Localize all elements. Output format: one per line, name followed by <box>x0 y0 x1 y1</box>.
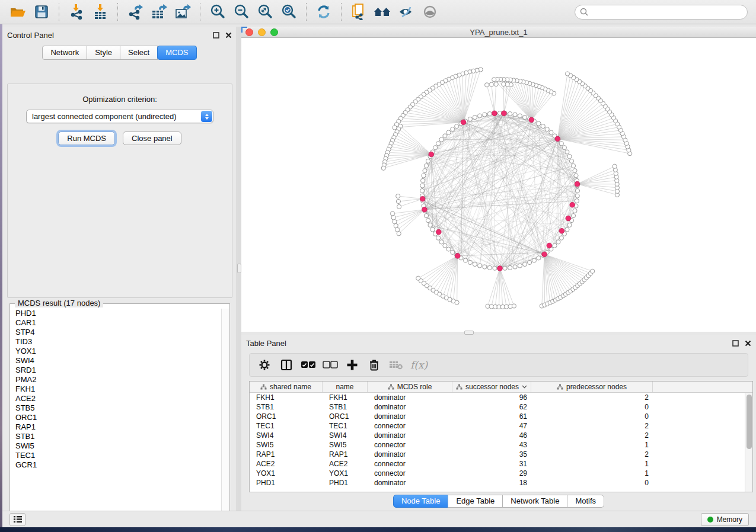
graph-node[interactable] <box>451 127 455 132</box>
new-network-from-selection-button[interactable] <box>349 2 368 21</box>
function-builder-button[interactable]: f(x) <box>410 359 428 371</box>
table-cell[interactable]: YOX1 <box>323 469 368 478</box>
graph-mcds-node[interactable] <box>497 266 503 271</box>
graph-node[interactable] <box>565 72 569 76</box>
graph-mcds-node[interactable] <box>555 136 560 142</box>
tab-edge-table[interactable]: Edge Table <box>448 495 503 508</box>
mcds-result-item[interactable]: CAR1 <box>11 318 219 328</box>
graph-node[interactable] <box>473 262 477 266</box>
graph-node[interactable] <box>573 169 577 173</box>
mcds-result-item[interactable]: SWI5 <box>11 441 219 451</box>
table-cell[interactable]: RAP1 <box>250 450 323 459</box>
mcds-result-item[interactable]: PMA2 <box>11 375 219 384</box>
graph-mcds-node[interactable] <box>502 111 507 116</box>
tab-select[interactable]: Select <box>120 46 158 60</box>
graph-node[interactable] <box>439 240 444 244</box>
table-cell[interactable]: dominator <box>368 412 452 421</box>
table-cell[interactable]: 0 <box>531 478 653 488</box>
float-panel-icon[interactable] <box>732 340 739 347</box>
graph-node[interactable] <box>420 184 425 188</box>
graph-node[interactable] <box>397 204 401 209</box>
task-history-button[interactable] <box>9 513 25 526</box>
graph-node[interactable] <box>428 223 432 227</box>
criterion-select[interactable]: largest connected component (undirected) <box>26 110 213 123</box>
graph-node[interactable] <box>575 188 579 193</box>
graph-node[interactable] <box>423 169 427 173</box>
table-cell[interactable]: 1 <box>531 440 653 450</box>
graph-node[interactable] <box>512 304 516 308</box>
table-cell[interactable]: FKH1 <box>323 393 368 402</box>
graph-node[interactable] <box>565 150 569 154</box>
mcds-result-item[interactable]: RAP1 <box>11 422 219 432</box>
graph-node[interactable] <box>381 166 385 170</box>
table-cell[interactable]: 1 <box>531 459 653 469</box>
table-cell[interactable]: ACE2 <box>323 459 368 469</box>
graph-node[interactable] <box>571 214 575 218</box>
column-header-shared-name[interactable]: shared name <box>250 382 323 392</box>
graph-node[interactable] <box>483 265 487 269</box>
table-cell[interactable]: dominator <box>368 402 452 412</box>
table-options-button[interactable] <box>256 356 273 374</box>
graph-node[interactable] <box>451 250 455 254</box>
mcds-result-item[interactable]: STB5 <box>11 403 219 413</box>
graph-node[interactable] <box>574 174 578 178</box>
graph-node[interactable] <box>518 264 522 268</box>
table-cell[interactable]: dominator <box>368 478 452 488</box>
horizontal-splitter-handle[interactable] <box>464 331 474 335</box>
graph-node[interactable] <box>513 265 517 269</box>
table-cell[interactable]: dominator <box>368 393 452 402</box>
table-cell[interactable]: YOX1 <box>250 469 323 478</box>
table-cell[interactable]: 18 <box>452 478 531 488</box>
graph-node[interactable] <box>446 247 451 251</box>
network-canvas[interactable] <box>241 38 756 331</box>
graph-mcds-node[interactable] <box>436 229 442 235</box>
zoom-fit-button[interactable] <box>256 2 275 21</box>
graph-node[interactable] <box>443 134 447 138</box>
graph-node[interactable] <box>541 124 545 129</box>
graph-mcds-node[interactable] <box>575 181 580 187</box>
graph-node[interactable] <box>571 164 575 168</box>
graph-node[interactable] <box>553 243 557 248</box>
graph-node[interactable] <box>395 227 400 232</box>
graph-node[interactable] <box>513 113 517 117</box>
graph-mcds-node[interactable] <box>542 252 547 257</box>
column-header-name[interactable]: name <box>323 382 368 392</box>
table-cell[interactable]: SWI4 <box>250 431 323 440</box>
deselect-all-button[interactable] <box>321 356 339 374</box>
table-cell[interactable]: 47 <box>452 421 531 431</box>
refresh-view-button[interactable] <box>314 2 333 21</box>
mcds-result-item[interactable]: GCR1 <box>11 460 219 470</box>
graph-node[interactable] <box>518 114 522 118</box>
graph-node[interactable] <box>420 188 424 193</box>
mcds-result-item[interactable]: SRD1 <box>11 366 219 375</box>
graph-node[interactable] <box>492 78 496 82</box>
table-cell[interactable]: FKH1 <box>250 393 323 402</box>
mcds-result-item[interactable]: TEC1 <box>11 451 219 460</box>
tab-style[interactable]: Style <box>87 46 120 60</box>
graph-node[interactable] <box>613 164 617 168</box>
graph-node[interactable] <box>559 142 563 146</box>
graph-node[interactable] <box>396 199 400 203</box>
table-cell[interactable]: STB1 <box>250 402 323 412</box>
graph-node[interactable] <box>478 114 482 118</box>
select-all-button[interactable] <box>299 356 317 374</box>
graph-node[interactable] <box>493 266 497 270</box>
graph-node[interactable] <box>436 236 441 240</box>
zoom-in-button[interactable] <box>208 2 227 21</box>
show-all-button[interactable] <box>420 2 439 21</box>
table-cell[interactable]: connector <box>368 469 452 478</box>
tab-network-table[interactable]: Network Table <box>502 495 567 508</box>
table-cell[interactable]: SWI5 <box>250 440 323 450</box>
table-cell[interactable]: connector <box>368 440 452 450</box>
hide-selected-button[interactable] <box>397 2 416 21</box>
mcds-result-item[interactable]: STP4 <box>11 328 219 337</box>
graph-node[interactable] <box>489 82 493 86</box>
graph-node[interactable] <box>575 194 579 198</box>
graph-node[interactable] <box>591 269 595 273</box>
graph-mcds-node[interactable] <box>570 202 575 207</box>
table-cell[interactable]: PHD1 <box>323 478 368 488</box>
column-header-MCDS-role[interactable]: MCDS role <box>368 382 452 392</box>
graph-mcds-node[interactable] <box>420 196 425 201</box>
column-header-successor-nodes[interactable]: successor nodes <box>452 382 531 392</box>
graph-node[interactable] <box>439 137 444 142</box>
